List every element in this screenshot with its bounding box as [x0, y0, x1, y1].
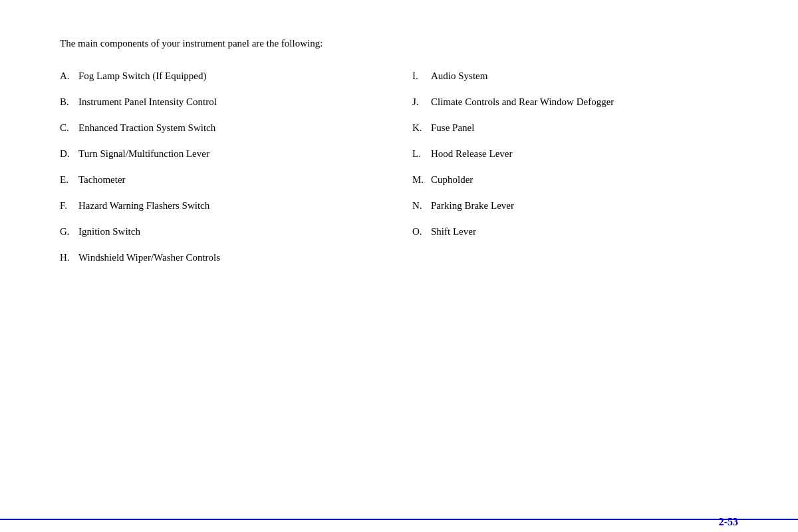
list-item-text: Hazard Warning Flashers Switch [78, 199, 386, 213]
list-item-text: Climate Controls and Rear Window Defogge… [431, 95, 738, 109]
column-right: I.Audio SystemJ.Climate Controls and Rea… [399, 69, 738, 277]
footer-line [0, 519, 798, 520]
list-item-text: Ignition Switch [78, 225, 386, 239]
list-item-label: E. [60, 173, 78, 187]
list-item-label: N. [412, 199, 431, 213]
list-item: B.Instrument Panel Intensity Control [60, 95, 386, 109]
list-item-text: Turn Signal/Multifunction Lever [78, 147, 386, 161]
columns-container: A.Fog Lamp Switch (If Equipped)B.Instrum… [60, 69, 738, 277]
list-item-label: H. [60, 251, 78, 265]
list-item-label: C. [60, 121, 78, 135]
list-item-text: Fuse Panel [431, 121, 738, 135]
list-item-text: Audio System [431, 69, 738, 83]
list-item-label: B. [60, 95, 78, 109]
page-footer: 2-53 [0, 505, 798, 532]
page-number: 2-53 [719, 516, 738, 528]
list-item: J.Climate Controls and Rear Window Defog… [412, 95, 738, 109]
list-item: H.Windshield Wiper/Washer Controls [60, 251, 386, 265]
list-item-text: Shift Lever [431, 225, 738, 239]
list-item: L.Hood Release Lever [412, 147, 738, 161]
list-item: D.Turn Signal/Multifunction Lever [60, 147, 386, 161]
list-item: E.Tachometer [60, 173, 386, 187]
list-item-label: M. [412, 173, 431, 187]
list-item-text: Fog Lamp Switch (If Equipped) [78, 69, 386, 83]
intro-paragraph: The main components of your instrument p… [60, 37, 738, 51]
list-item: O.Shift Lever [412, 225, 738, 239]
list-item: F.Hazard Warning Flashers Switch [60, 199, 386, 213]
list-item: K.Fuse Panel [412, 121, 738, 135]
list-item-text: Enhanced Traction System Switch [78, 121, 386, 135]
list-item-label: L. [412, 147, 431, 161]
list-item-text: Cupholder [431, 173, 738, 187]
list-item: G.Ignition Switch [60, 225, 386, 239]
list-item-text: Instrument Panel Intensity Control [78, 95, 386, 109]
list-item: I.Audio System [412, 69, 738, 83]
list-item-label: I. [412, 69, 431, 83]
list-item-text: Hood Release Lever [431, 147, 738, 161]
list-item-label: A. [60, 69, 78, 83]
list-item: N.Parking Brake Lever [412, 199, 738, 213]
column-left: A.Fog Lamp Switch (If Equipped)B.Instrum… [60, 69, 399, 277]
page-content: The main components of your instrument p… [0, 0, 798, 317]
list-item-label: F. [60, 199, 78, 213]
list-item: A.Fog Lamp Switch (If Equipped) [60, 69, 386, 83]
list-item-text: Windshield Wiper/Washer Controls [78, 251, 386, 265]
list-item-label: D. [60, 147, 78, 161]
list-item-label: O. [412, 225, 431, 239]
list-item-text: Tachometer [78, 173, 386, 187]
list-item: M.Cupholder [412, 173, 738, 187]
list-item-label: J. [412, 95, 431, 109]
list-item-text: Parking Brake Lever [431, 199, 738, 213]
list-item-label: G. [60, 225, 78, 239]
list-item: C.Enhanced Traction System Switch [60, 121, 386, 135]
list-item-label: K. [412, 121, 431, 135]
